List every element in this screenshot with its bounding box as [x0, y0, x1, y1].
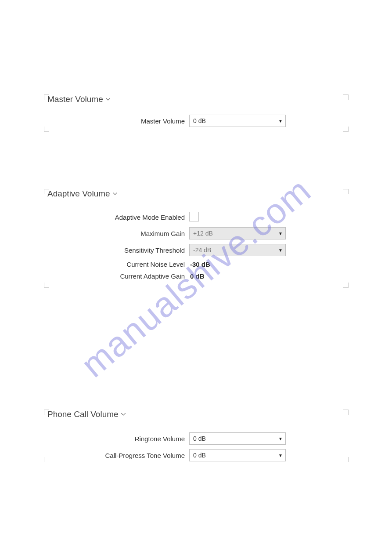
bracket-decor	[343, 410, 349, 415]
phone-call-volume-section: Phone Call Volume Ringtone Volume 0 dB ▼…	[47, 410, 345, 462]
caret-down-icon: ▼	[278, 119, 283, 123]
chevron-down-icon	[121, 413, 126, 416]
bracket-decor	[44, 189, 49, 194]
bracket-decor	[44, 94, 49, 100]
section-header-master[interactable]: Master Volume	[47, 94, 345, 108]
caret-down-icon: ▼	[278, 453, 283, 458]
select-value: +12 dB	[193, 230, 213, 237]
section-header-adaptive[interactable]: Adaptive Volume	[47, 189, 345, 202]
adaptive-volume-section: Adaptive Volume Adaptive Mode Enabled Ma…	[47, 189, 345, 288]
max-gain-label: Maximum Gain	[47, 230, 189, 237]
adaptive-gain-row: Current Adaptive Gain 0 dB	[47, 272, 345, 280]
adaptive-mode-checkbox[interactable]	[189, 212, 199, 221]
bracket-decor	[44, 283, 49, 288]
ringtone-label: Ringtone Volume	[47, 435, 189, 443]
noise-level-value: -30 dB	[189, 261, 210, 268]
sensitivity-row: Sensitivity Threshold -24 dB ▼	[47, 244, 345, 256]
bracket-decor	[343, 94, 349, 100]
bracket-decor	[44, 410, 49, 415]
master-volume-section: Master Volume Master Volume 0 dB ▼	[47, 94, 345, 132]
select-value: 0 dB	[193, 117, 206, 124]
adaptive-gain-value: 0 dB	[189, 272, 205, 280]
call-progress-label: Call-Progress Tone Volume	[47, 452, 189, 459]
sensitivity-select[interactable]: -24 dB ▼	[189, 244, 286, 256]
max-gain-row: Maximum Gain +12 dB ▼	[47, 227, 345, 239]
section-title-text: Master Volume	[47, 94, 103, 104]
section-title-text: Adaptive Volume	[47, 189, 110, 199]
ringtone-select[interactable]: 0 dB ▼	[189, 432, 286, 445]
adaptive-mode-label: Adaptive Mode Enabled	[47, 214, 189, 221]
bracket-decor	[343, 189, 349, 194]
caret-down-icon: ▼	[278, 231, 283, 236]
select-value: 0 dB	[193, 435, 206, 442]
caret-down-icon: ▼	[278, 248, 283, 253]
section-header-phone[interactable]: Phone Call Volume	[47, 410, 345, 423]
call-progress-select[interactable]: 0 dB ▼	[189, 449, 286, 461]
master-volume-row: Master Volume 0 dB ▼	[47, 115, 345, 127]
adaptive-gain-label: Current Adaptive Gain	[47, 272, 189, 280]
select-value: 0 dB	[193, 452, 206, 459]
call-progress-row: Call-Progress Tone Volume 0 dB ▼	[47, 449, 345, 461]
caret-down-icon: ▼	[278, 436, 283, 441]
ringtone-row: Ringtone Volume 0 dB ▼	[47, 432, 345, 445]
select-value: -24 dB	[193, 247, 211, 254]
bracket-decor	[44, 457, 49, 462]
adaptive-mode-row: Adaptive Mode Enabled	[47, 212, 345, 223]
chevron-down-icon	[113, 192, 117, 195]
noise-level-row: Current Noise Level -30 dB	[47, 261, 345, 268]
bracket-decor	[343, 457, 349, 462]
master-volume-select[interactable]: 0 dB ▼	[189, 115, 286, 127]
bracket-decor	[44, 127, 49, 132]
chevron-down-icon	[106, 98, 110, 101]
master-volume-label: Master Volume	[47, 117, 189, 125]
max-gain-select[interactable]: +12 dB ▼	[189, 227, 286, 239]
section-title-text: Phone Call Volume	[47, 410, 119, 419]
sensitivity-label: Sensitivity Threshold	[47, 247, 189, 254]
bracket-decor	[343, 283, 349, 288]
bracket-decor	[343, 127, 349, 132]
noise-level-label: Current Noise Level	[47, 261, 189, 268]
